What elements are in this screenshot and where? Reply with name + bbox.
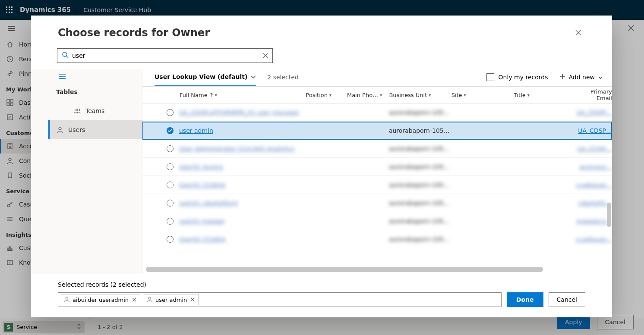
sort-asc-icon: [209, 92, 213, 98]
cell-email[interactable]: UA_CDSPl…: [574, 109, 612, 116]
chevron-down-icon: ▾: [527, 93, 530, 97]
grid-pane: User Lookup View (default) 2 selected On…: [142, 69, 612, 274]
cancel-button[interactable]: Cancel: [549, 292, 585, 307]
cell-email[interactable]: UA_CCAD…: [574, 145, 612, 152]
table-item-label: Teams: [85, 107, 104, 114]
remove-chip-icon[interactable]: [189, 297, 196, 303]
svg-line-38: [66, 56, 68, 58]
chip-label: user admin: [155, 297, 187, 303]
chevron-down-icon: ▾: [464, 93, 466, 97]
col-mainphone[interactable]: Main Pho…▾: [347, 92, 389, 98]
grid-header: Full Name ▾ Position▾ Main Pho…▾ Busines…: [142, 86, 612, 103]
grid-toolbar: User Lookup View (default) 2 selected On…: [142, 69, 612, 86]
tables-hamburger-icon[interactable]: [31, 71, 142, 82]
chevron-down-icon: ▾: [429, 93, 431, 97]
col-site-label: Site: [451, 92, 462, 98]
table-row[interactable]: user adminaurorabaporn-105…UA_CDSP…: [142, 122, 612, 140]
cell-email[interactable]: malappco…: [574, 218, 612, 225]
only-my-records-toggle[interactable]: Only my records: [486, 73, 548, 86]
cell-businessunit: aurorabaporn-105…: [389, 236, 451, 243]
cell-businessunit: aurorabaporn-105…: [389, 163, 451, 170]
cell-email[interactable]: auroraco…: [574, 163, 612, 170]
col-primaryemail[interactable]: Primary Email: [574, 88, 612, 101]
done-button[interactable]: Done: [507, 292, 543, 307]
table-item-users[interactable]: Users: [48, 120, 143, 139]
selected-chips-box[interactable]: aibuilder useradminuser admin: [58, 292, 502, 307]
selected-chip[interactable]: user admin: [144, 294, 199, 305]
table-row[interactable]: user01 malappaurorabaporn-105…malappco…: [142, 212, 612, 230]
selected-count: 2 selected: [267, 74, 298, 86]
col-title[interactable]: Title▾: [514, 92, 574, 98]
horizontal-scrollbar[interactable]: [146, 267, 543, 272]
add-new-label: Add new: [569, 74, 595, 81]
dialog-close-icon[interactable]: [571, 26, 585, 40]
col-title-label: Title: [514, 92, 526, 98]
svg-point-37: [63, 52, 67, 56]
vertical-scrollbar[interactable]: [607, 203, 611, 227]
cell-fullname[interactable]: User Administrator CCA-DAS Analytics: [179, 145, 306, 152]
row-radio[interactable]: [167, 109, 174, 116]
table-row[interactable]: user01 cdsplatformaurorabaporn-105…cdspl…: [142, 194, 612, 212]
search-icon: [62, 51, 69, 60]
cell-fullname[interactable]: user01 malapp: [179, 218, 306, 225]
col-fullname-label: Full Name: [180, 92, 208, 98]
cell-fullname[interactable]: User01 Aurora: [179, 163, 306, 170]
chip-label: aibuilder useradmin: [73, 297, 129, 303]
row-radio[interactable]: [167, 218, 174, 225]
col-position-label: Position: [306, 92, 328, 98]
table-item-teams[interactable]: Teams: [48, 101, 143, 120]
row-checked-icon[interactable]: [167, 127, 174, 134]
search-box[interactable]: [57, 48, 273, 63]
checkbox-icon: [486, 73, 494, 81]
cell-email[interactable]: ccadiauso…: [574, 236, 612, 243]
cell-businessunit: aurorabaporn-105…: [389, 200, 451, 207]
chevron-down-icon: ▾: [215, 93, 217, 97]
table-row[interactable]: User Administrator CCA-DAS Analyticsauro…: [142, 140, 612, 158]
team-icon: [73, 107, 81, 114]
add-new-button[interactable]: Add new: [559, 74, 603, 86]
tables-pane: Tables TeamsUsers: [31, 69, 142, 274]
view-selector[interactable]: User Lookup View (default): [155, 73, 256, 86]
row-radio[interactable]: [167, 145, 174, 152]
table-row[interactable]: User01 Auroraaurorabaporn-105…auroraco…: [142, 158, 612, 176]
cell-businessunit: aurorabaporn-105…: [389, 145, 451, 152]
cell-fullname[interactable]: UA_CDSPLATFORMPM_01 user manager: [179, 109, 306, 116]
cell-businessunit: aurorabaporn-105…: [389, 127, 451, 134]
cell-businessunit: aurorabaporn-105…: [389, 109, 451, 116]
remove-chip-icon[interactable]: [131, 297, 137, 303]
search-input[interactable]: [72, 52, 259, 59]
svg-point-52: [148, 297, 151, 299]
chevron-down-icon: ▾: [380, 93, 382, 97]
svg-point-49: [66, 297, 68, 299]
row-radio[interactable]: [167, 200, 174, 207]
row-radio[interactable]: [167, 236, 174, 243]
table-row[interactable]: UA_CDSPLATFORMPM_01 user managerauroraba…: [142, 103, 612, 122]
grid-body[interactable]: UA_CDSPLATFORMPM_01 user managerauroraba…: [142, 103, 612, 274]
svg-point-44: [75, 109, 77, 111]
clear-search-icon[interactable]: [263, 52, 268, 60]
cell-fullname[interactable]: user01 cdsplatform: [179, 200, 306, 207]
col-position[interactable]: Position▾: [306, 92, 347, 98]
selected-chip[interactable]: aibuilder useradmin: [61, 294, 140, 305]
cell-fullname[interactable]: User01 CCADiA: [179, 182, 306, 188]
table-row[interactable]: User02 CCADiAaurorabaporn-105…ccadiauso…: [142, 230, 612, 248]
table-item-label: Users: [68, 126, 85, 133]
cell-fullname[interactable]: User02 CCADiA: [179, 236, 306, 243]
col-fullname[interactable]: Full Name ▾: [180, 92, 306, 98]
plus-icon: [559, 74, 565, 81]
chevron-down-icon: [251, 73, 256, 80]
cell-email[interactable]: UA_CDSP…: [574, 127, 612, 134]
row-radio[interactable]: [167, 163, 174, 170]
cell-email[interactable]: ccadiauso…: [574, 182, 612, 188]
col-businessunit[interactable]: Business Unit▾: [389, 92, 451, 98]
cell-fullname[interactable]: user admin: [179, 127, 306, 134]
cell-businessunit: aurorabaporn-105…: [389, 182, 451, 188]
col-site[interactable]: Site▾: [451, 92, 514, 98]
person-icon: [56, 126, 64, 133]
cell-email[interactable]: cdsplatfo…: [574, 200, 612, 207]
table-row[interactable]: User01 CCADiAaurorabaporn-105…ccadiauso…: [142, 176, 612, 194]
person-icon: [64, 296, 70, 304]
svg-point-46: [59, 127, 61, 130]
cell-businessunit: aurorabaporn-105…: [389, 218, 451, 225]
row-radio[interactable]: [167, 182, 174, 188]
